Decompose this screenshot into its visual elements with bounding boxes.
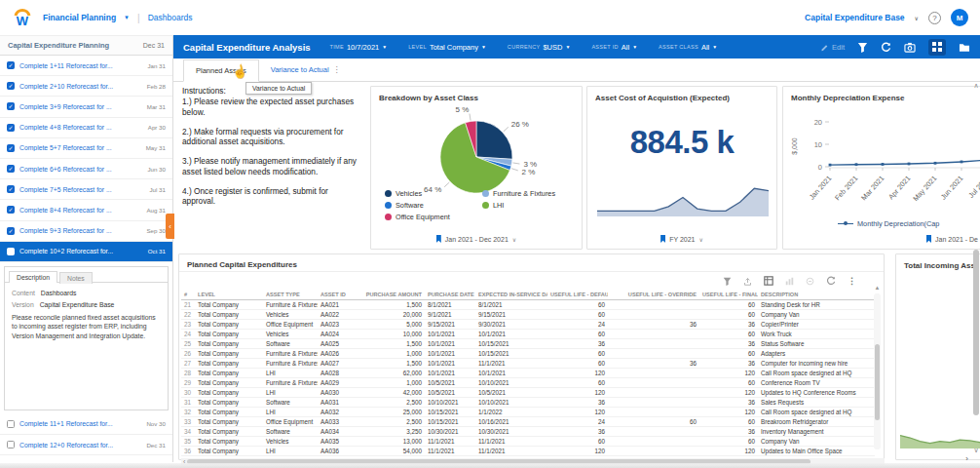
task-checkbox[interactable]: ✓ [7,227,15,235]
column-header[interactable]: # [181,290,195,300]
filter-time[interactable]: TIME10/7/2021▼ [330,43,388,52]
avatar[interactable]: M [951,9,968,26]
table-row[interactable]: 36Total CompanyLHIAA03654,00011/1/202111… [181,447,875,456]
column-header[interactable]: ASSET ID [318,290,355,300]
table-row[interactable]: 29Total CompanyFurniture & FixturesAA029… [181,378,875,388]
filter-icon[interactable] [857,42,868,53]
task-checkbox[interactable] [7,248,15,255]
tab-description[interactable]: Description [9,271,57,283]
refresh-icon[interactable] [826,276,836,286]
grid-view-icon[interactable] [928,39,946,56]
sidebar-collapse-handle[interactable]: ‹ [166,214,174,239]
table-view-icon[interactable] [764,276,773,286]
scroll-right-icon[interactable]: › [965,454,968,463]
task-item[interactable]: Complete 11+1 Reforecast for...Nov 30 [0,414,172,435]
scrollbar-thumb[interactable] [973,250,979,415]
scroll-up-icon[interactable]: ∧ [972,82,980,90]
nav-dashboards[interactable]: Dashboards [148,13,193,22]
kebab-icon[interactable]: ⋮ [333,65,341,74]
export-icon[interactable] [743,277,752,286]
filter-icon[interactable] [723,277,732,286]
task-checkbox[interactable]: ✓ [7,185,15,193]
table-row[interactable]: 32Total CompanyLHIAA03225,00010/15/20211… [181,408,875,417]
kebab-icon[interactable]: ⋮ [848,276,856,286]
page-vertical-scrollbar[interactable]: ∧ ∨ [972,82,980,454]
task-checkbox[interactable]: ✓ [7,102,15,110]
task-item[interactable]: ✓Complete 6+6 Reforecast for ...Jun 30 [0,159,172,179]
column-header[interactable]: ASSET TYPE [263,290,318,300]
task-checkbox[interactable]: ✓ [7,144,15,152]
filter-asset-class[interactable]: ASSET CLASSAll▼ [659,43,717,52]
table-row[interactable]: 27Total CompanyFurniture & FixturesAA027… [181,359,875,369]
scroll-up-icon[interactable]: ▲ [874,285,881,291]
table-cell: Sales Requests [758,398,875,408]
help-icon[interactable]: ? [928,12,941,24]
task-checkbox[interactable]: ✓ [7,206,15,214]
time-filter[interactable]: Jan 2021 - Dec 2021 ∨ [371,235,582,243]
tab-variance-to-actual[interactable]: Variance to Actual ⋮ [259,58,353,81]
filter-level[interactable]: LEVELTotal Company▼ [408,43,486,52]
pie-slice-vehicles[interactable] [476,121,512,159]
task-item[interactable]: ✓Complete 7+5 Reforecast for ...Jul 31 [0,179,172,200]
nav-financial-planning[interactable]: Financial Planning [43,13,116,22]
task-checkbox[interactable]: ✓ [7,165,15,173]
task-item[interactable]: ✓Complete 4+8 Reforecast for ...Apr 30 [0,118,172,138]
filter-currency[interactable]: CURRENCY$USD▼ [508,43,571,52]
table-cell: 60 [699,310,758,320]
table-row[interactable]: 28Total CompanyLHIAA02862,00010/1/202110… [181,369,875,378]
table-row[interactable]: 31Total CompanySoftwareAA0312,50010/10/2… [181,398,875,408]
task-checkbox[interactable] [7,420,15,428]
table-row[interactable]: 35Total CompanyVehiclesAA03513,00011/1/2… [181,437,875,447]
task-checkbox[interactable]: ✓ [7,82,15,90]
column-header[interactable]: USEFUL LIFE - OVERRIDE [608,290,699,300]
task-item[interactable]: ✓Complete 8+4 Reforecast for ...Aug 31 [0,200,172,220]
time-filter[interactable]: Jan 2021 - De [783,235,980,243]
scrollbar-thumb[interactable] [875,344,880,420]
table-row[interactable]: 21Total CompanyFurniture & FixturesAA021… [181,300,875,310]
workday-logo-icon[interactable]: W [12,7,33,28]
column-header[interactable]: DESCRIPTION [758,290,875,300]
pie-chart[interactable]: 26 %3 %2 %64 %5 % [371,102,584,200]
task-checkbox[interactable]: ✓ [7,124,15,132]
task-item[interactable]: ✓Complete 2+10 Reforecast for...Feb 28 [0,76,172,97]
column-header[interactable]: LEVEL [195,290,263,300]
refresh-icon[interactable] [881,42,891,53]
column-header[interactable]: PURCHASE DATE ↑ [425,290,475,300]
table-cell: Vehicles [263,310,318,320]
camera-icon[interactable] [904,42,916,53]
tab-notes[interactable]: Notes [59,272,93,284]
table-cell: 36 [181,447,195,456]
table-row[interactable]: 23Total CompanyOffice EquipmentAA0235,00… [181,320,875,330]
table-row[interactable]: 25Total CompanySoftwareAA0251,50010/1/20… [181,339,875,349]
table-row[interactable]: 30Total CompanyLHIAA03042,00010/5/202110… [181,388,875,398]
column-header[interactable]: USEFUL LIFE - DEFAULT [547,290,608,300]
filter-asset-id[interactable]: ASSET IDAll▼ [591,43,637,52]
link-icon[interactable] [806,277,814,286]
folder-icon[interactable] [959,42,970,53]
column-header[interactable]: EXPECTED IN-SERVICE DATE [475,290,547,300]
edit-button[interactable]: Edit [820,43,845,52]
scroll-down-icon[interactable]: ∨ [972,447,980,454]
table-row[interactable]: 26Total CompanyFurniture & FixturesAA026… [181,349,875,359]
time-filter[interactable]: FY 2021 ∨ [587,235,776,243]
task-item[interactable]: ✓Complete 3+9 Reforecast for ...Mar 31 [0,97,172,117]
table-row[interactable]: 24Total CompanyVehiclesAA02410,00010/1/2… [181,330,875,339]
task-checkbox[interactable] [7,441,15,448]
task-item[interactable]: ✓Complete 1+11 Reforecast for...Jan 31 [0,56,172,76]
table-row[interactable]: 22Total CompanyVehiclesAA02220,0009/1/20… [181,310,875,320]
task-item[interactable]: Complete 12+0 Reforecast for...Dec 31 [0,435,172,455]
task-item[interactable]: ✓Complete 9+3 Reforecast for ...Sep 30 [0,221,172,242]
task-item[interactable]: ✓Complete 5+7 Reforecast for ...May 31 [0,138,172,159]
table-row[interactable]: 33Total CompanyOffice EquipmentAA0332,50… [181,417,875,427]
task-checkbox[interactable]: ✓ [7,61,15,69]
column-header[interactable]: PURCHASE AMOUNT [355,290,425,300]
table-cell: Status Software [758,339,875,349]
chart-view-icon[interactable] [785,277,794,286]
table-row[interactable]: 34Total CompanySoftwareAA0343,25010/30/2… [181,427,875,437]
column-header[interactable]: USEFUL LIFE - FINAL [699,290,758,300]
table-cell: Total Company [195,427,263,437]
table-vertical-scrollbar[interactable]: ▲ [874,293,881,449]
line-chart[interactable]: 20100$,000Jan 2021Feb 2021Mar 2021Apr 20… [783,102,980,217]
version-selector[interactable]: Capital Expenditure Base [805,13,905,22]
task-item[interactable]: Complete 10+2 Reforecast for...Oct 31 [0,242,172,262]
